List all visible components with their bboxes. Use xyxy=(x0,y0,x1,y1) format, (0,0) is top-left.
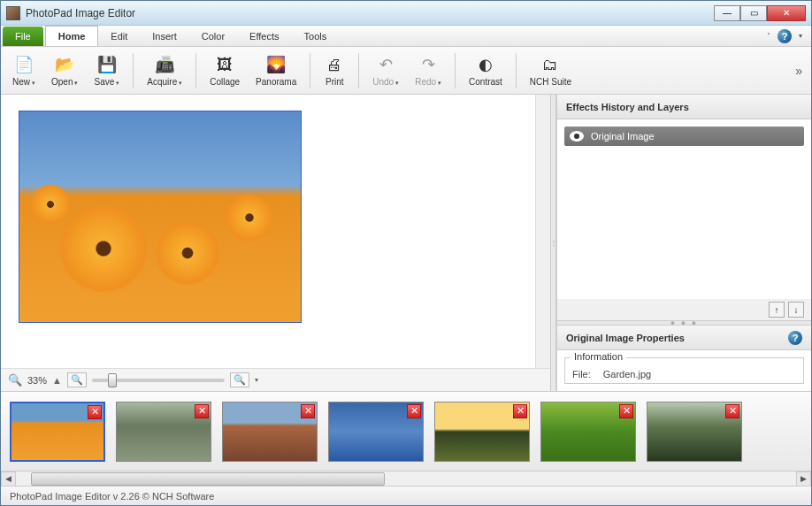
tab-edit[interactable]: Edit xyxy=(98,26,140,46)
tab-effects[interactable]: Effects xyxy=(237,26,291,46)
undo-button[interactable]: ↶Undo▾ xyxy=(364,51,407,89)
file-value: Garden.jpg xyxy=(603,369,651,380)
acquire-button[interactable]: 📠Acquire▾ xyxy=(139,51,190,89)
chevron-down-icon[interactable]: ˅ xyxy=(767,32,770,40)
status-text: PhotoPad Image Editor v 2.26 © NCH Softw… xyxy=(10,491,214,502)
layer-up-button[interactable]: ↑ xyxy=(769,302,785,318)
statusbar: PhotoPad Image Editor v 2.26 © NCH Softw… xyxy=(1,486,811,505)
layer-original[interactable]: Original Image xyxy=(564,126,804,146)
new-button[interactable]: 📄New▾ xyxy=(4,51,43,89)
tab-tools[interactable]: Tools xyxy=(292,26,340,46)
minimize-button[interactable]: — xyxy=(714,5,740,21)
horizontal-scrollbar[interactable]: ◀ ▶ xyxy=(1,471,811,486)
thumbnail-close-button[interactable]: ✕ xyxy=(513,404,527,418)
thumbnail-ocean-sky[interactable]: ✕ xyxy=(328,402,424,462)
help-icon[interactable]: ? xyxy=(778,29,792,43)
print-button[interactable]: 🖨Print xyxy=(316,51,353,89)
tab-color[interactable]: Color xyxy=(189,26,237,46)
thumbnail-desert-butte[interactable]: ✕ xyxy=(222,402,318,462)
visibility-icon[interactable] xyxy=(570,131,584,142)
vertical-splitter[interactable]: ⋮ xyxy=(550,95,556,391)
floppy-disk-icon: 💾 xyxy=(96,54,118,75)
app-icon xyxy=(6,6,20,20)
zoom-slider-thumb[interactable] xyxy=(108,373,117,387)
history-panel-body: Original Image xyxy=(557,119,811,299)
scanner-icon: 📠 xyxy=(154,54,175,75)
zoom-level: 33% xyxy=(27,375,47,386)
redo-icon: ↷ xyxy=(417,54,439,75)
chevron-down-icon[interactable]: ▾ xyxy=(255,376,258,384)
info-legend: Information xyxy=(571,351,626,362)
thumbnail-sunset-tree[interactable]: ✕ xyxy=(434,402,530,462)
history-panel-header: Effects History and Layers xyxy=(557,95,811,119)
tab-home[interactable]: Home xyxy=(45,26,99,46)
new-document-icon: 📄 xyxy=(13,54,34,75)
thumbnail-green-leaves[interactable]: ✕ xyxy=(540,402,636,462)
toolbar: 📄New▾ 📂Open▾ 💾Save▾ 📠Acquire▾ 🖼Collage 🌄… xyxy=(1,47,811,95)
file-label: File: xyxy=(572,369,591,380)
maximize-button[interactable]: ▭ xyxy=(740,5,767,21)
zoom-in-button[interactable]: 🔍 xyxy=(230,372,249,387)
canvas-image[interactable] xyxy=(19,111,302,323)
contrast-button[interactable]: ◐Contrast xyxy=(461,51,510,89)
app-window: PhotoPad Image Editor — ▭ ✕ File Home Ed… xyxy=(0,0,812,506)
thumbnail-close-button[interactable]: ✕ xyxy=(725,404,739,418)
scroll-left-icon[interactable]: ◀ xyxy=(1,472,16,487)
zoom-out-button[interactable]: 🔍 xyxy=(67,372,87,387)
tab-insert[interactable]: Insert xyxy=(140,26,189,46)
contrast-icon: ◐ xyxy=(475,54,496,75)
printer-icon: 🖨 xyxy=(324,54,345,75)
window-title: PhotoPad Image Editor xyxy=(26,7,714,19)
titlebar: PhotoPad Image Editor — ▭ ✕ xyxy=(1,1,811,26)
thumbnail-garden-flowers[interactable]: ✕ xyxy=(10,402,105,462)
redo-button[interactable]: ↷Redo▾ xyxy=(407,51,449,89)
properties-panel-body: Information File: Garden.jpg xyxy=(557,350,811,391)
zoom-bar: 🔍 33% ▲ 🔍 🔍 ▾ xyxy=(1,368,550,391)
thumbnail-river-valley[interactable]: ✕ xyxy=(116,402,211,462)
thumbnail-close-button[interactable]: ✕ xyxy=(619,404,633,418)
thumbnail-close-button[interactable]: ✕ xyxy=(195,404,209,418)
collage-button[interactable]: 🖼Collage xyxy=(202,51,248,89)
zoom-slider[interactable] xyxy=(92,379,225,382)
nch-suite-button[interactable]: 🗂NCH Suite xyxy=(522,51,579,89)
toolbar-overflow-icon[interactable]: » xyxy=(790,64,808,78)
layer-label: Original Image xyxy=(591,131,655,142)
workarea: 🔍 33% ▲ 🔍 🔍 ▾ ⋮ Effects History and Laye… xyxy=(1,95,811,391)
scrollbar-thumb[interactable] xyxy=(31,472,385,486)
panel-help-icon[interactable]: ? xyxy=(788,331,802,345)
thumbnail-strip: ✕ ✕ ✕ ✕ ✕ ✕ ✕ xyxy=(1,391,811,471)
close-button[interactable]: ✕ xyxy=(767,5,806,21)
right-panel: Effects History and Layers Original Imag… xyxy=(556,95,811,391)
menubar: File Home Edit Insert Color Effects Tool… xyxy=(1,26,811,47)
tab-file[interactable]: File xyxy=(3,27,43,46)
magnifier-icon: 🔍 xyxy=(8,373,22,387)
help-dropdown-icon[interactable]: ▾ xyxy=(799,32,802,40)
scroll-right-icon[interactable]: ▶ xyxy=(796,472,811,487)
properties-panel-header: Original Image Properties ? xyxy=(557,326,811,350)
collage-icon: 🖼 xyxy=(214,54,235,75)
thumbnail-close-button[interactable]: ✕ xyxy=(88,405,102,419)
folder-open-icon: 📂 xyxy=(54,54,75,75)
panorama-button[interactable]: 🌄Panorama xyxy=(248,51,304,89)
layer-down-button[interactable]: ↓ xyxy=(788,302,804,318)
zoom-fit-icon[interactable]: ▲ xyxy=(52,375,62,386)
undo-icon: ↶ xyxy=(375,54,396,75)
open-button[interactable]: 📂Open▾ xyxy=(43,51,86,89)
vertical-scrollbar[interactable] xyxy=(535,95,550,368)
canvas-zone: 🔍 33% ▲ 🔍 🔍 ▾ xyxy=(1,95,550,391)
canvas[interactable] xyxy=(1,95,535,368)
suite-icon: 🗂 xyxy=(540,54,561,75)
thumbnail-close-button[interactable]: ✕ xyxy=(301,404,315,418)
thumbnail-close-button[interactable]: ✕ xyxy=(407,404,421,418)
thumbnail-forest-path[interactable]: ✕ xyxy=(647,402,742,462)
save-button[interactable]: 💾Save▾ xyxy=(86,51,127,89)
panorama-icon: 🌄 xyxy=(265,54,287,75)
